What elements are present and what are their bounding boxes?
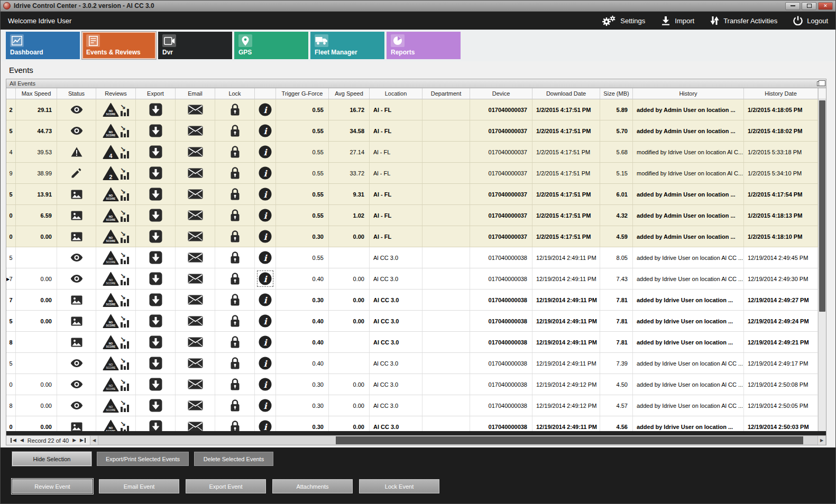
export-event-button[interactable]: Export Event: [186, 479, 266, 493]
cell-review[interactable]: NOSCORE↘: [96, 205, 136, 226]
cell-review[interactable]: NOSCORE↘: [96, 99, 136, 120]
cell-email[interactable]: [176, 416, 215, 431]
cell-email[interactable]: [176, 311, 215, 331]
cell-email[interactable]: [176, 205, 215, 226]
table-row[interactable]: 00.00NOSCORE↘i0.300.00Al CC 3.0017040000…: [6, 374, 818, 395]
tab-dashboard[interactable]: Dashboard: [6, 32, 80, 59]
menu-transfer-activities[interactable]: Transfer Activities: [710, 16, 777, 25]
cell-review[interactable]: NOSCORE↘: [96, 268, 136, 289]
column-header-email[interactable]: Email: [176, 88, 215, 99]
menu-import[interactable]: Import: [661, 16, 694, 25]
cell-export[interactable]: [136, 247, 176, 268]
cell-review[interactable]: NOSCORE↘: [96, 184, 136, 204]
cell-export[interactable]: [136, 268, 176, 289]
cell-export[interactable]: [136, 374, 176, 395]
tab-dvr[interactable]: Dvr: [158, 32, 232, 59]
table-row[interactable]: 00.00NOSCORE↘i0.300.00Al CC 3.0017040000…: [6, 416, 818, 431]
tab-gps[interactable]: GPS: [234, 32, 308, 59]
cell-info[interactable]: i: [255, 353, 276, 374]
first-record-button[interactable]: ◀: [11, 438, 16, 443]
column-header-max_speed[interactable]: Max Speed: [16, 88, 57, 99]
cell-email[interactable]: [176, 99, 215, 120]
float-panel-icon[interactable]: [817, 81, 823, 86]
cell-export[interactable]: [136, 120, 176, 141]
cell-email[interactable]: [176, 374, 215, 395]
cell-info[interactable]: i: [255, 226, 276, 247]
table-row[interactable]: 544.73NOSCORE↘i0.5534.58Al - FL017040000…: [6, 120, 818, 142]
cell-export[interactable]: [136, 311, 176, 331]
cell-email[interactable]: [176, 184, 215, 204]
column-header-export[interactable]: Export: [136, 88, 176, 99]
horizontal-scrollbar-thumb[interactable]: [336, 436, 803, 444]
cell-info[interactable]: i: [255, 184, 276, 204]
table-row[interactable]: 513.91NOSCORE↘i0.559.31Al - FL0170400000…: [6, 184, 818, 205]
tab-events-reviews[interactable]: Events & Reviews: [82, 32, 156, 59]
cell-info[interactable]: i: [255, 290, 276, 310]
cell-info[interactable]: i: [255, 332, 276, 352]
table-row[interactable]: 5NOSCORE↘i0.40Al CC 3.001704000003812/19…: [6, 353, 818, 374]
cell-export[interactable]: [136, 226, 176, 247]
hide-selection-button[interactable]: Hide Selection: [12, 452, 91, 466]
column-header-info[interactable]: [255, 88, 276, 99]
cell-email[interactable]: [176, 226, 215, 247]
table-row[interactable]: 50.00NOSCORE↘i0.400.00Al CC 3.0017040000…: [6, 311, 818, 332]
vertical-scrollbar[interactable]: [818, 88, 826, 431]
cell-export[interactable]: [136, 142, 176, 162]
column-header-status[interactable]: Status: [57, 88, 96, 99]
scroll-left-icon[interactable]: ◀: [90, 436, 98, 445]
cell-info[interactable]: i: [255, 120, 276, 141]
column-header-lock[interactable]: Lock: [215, 88, 255, 99]
attachments-button[interactable]: Attachments: [272, 479, 353, 493]
tab-reports[interactable]: Reports: [387, 32, 461, 59]
cell-email[interactable]: [176, 120, 215, 141]
cell-review[interactable]: 2↘: [96, 163, 136, 183]
scroll-right-icon[interactable]: ▶: [817, 436, 826, 445]
cell-info[interactable]: i: [255, 268, 276, 289]
tab-fleet-manager[interactable]: Fleet Manager: [310, 32, 384, 59]
cell-info[interactable]: i: [255, 163, 276, 183]
vertical-scrollbar-thumb[interactable]: [819, 100, 825, 312]
cell-review[interactable]: NOSCORE↘: [96, 353, 136, 374]
cell-export[interactable]: [136, 353, 176, 374]
export-print-selected-events-button[interactable]: Export/Print Selected Events: [97, 452, 189, 466]
cell-lock[interactable]: [215, 99, 255, 120]
cell-lock[interactable]: [215, 184, 255, 204]
table-row[interactable]: 439.534↘i0.5527.14Al - FL0170400000371/2…: [6, 142, 818, 163]
cell-email[interactable]: [176, 353, 215, 374]
horizontal-scrollbar[interactable]: ◀ ▶: [90, 436, 826, 445]
next-record-button[interactable]: ▶: [72, 438, 76, 443]
table-row[interactable]: 8NOSCORE↘i0.40Al CC 3.001704000003812/19…: [6, 332, 818, 353]
column-header-department[interactable]: Department: [422, 88, 470, 99]
cell-export[interactable]: [136, 332, 176, 352]
cell-info[interactable]: i: [255, 205, 276, 226]
cell-export[interactable]: [136, 163, 176, 183]
cell-review[interactable]: NOSCORE↘: [96, 120, 136, 141]
cell-email[interactable]: [176, 142, 215, 162]
cell-export[interactable]: [136, 416, 176, 431]
cell-lock[interactable]: [215, 226, 255, 247]
cell-email[interactable]: [176, 290, 215, 310]
maximize-button[interactable]: [802, 2, 816, 10]
cell-review[interactable]: NOSCORE↘: [96, 374, 136, 395]
cell-lock[interactable]: [215, 416, 255, 431]
table-row[interactable]: 80.00NOSCORE↘i0.300.00Al CC 3.0017040000…: [6, 395, 818, 416]
cell-email[interactable]: [176, 268, 215, 289]
table-row[interactable]: 06.59NOSCORE↘i0.551.02Al - FL01704000003…: [6, 205, 818, 226]
cell-review[interactable]: NOSCORE↘: [96, 226, 136, 247]
menu-settings[interactable]: Settings: [602, 15, 645, 26]
cell-info[interactable]: i: [255, 395, 276, 416]
cell-review[interactable]: NOSCORE↘: [96, 395, 136, 416]
cell-info[interactable]: i: [255, 247, 276, 268]
cell-lock[interactable]: [215, 247, 255, 268]
cell-lock[interactable]: [215, 395, 255, 416]
cell-lock[interactable]: [215, 374, 255, 395]
cell-info[interactable]: i: [255, 416, 276, 431]
cell-info[interactable]: i: [255, 311, 276, 331]
table-row[interactable]: ▶70.00NOSCORE↘i0.400.00Al CC 3.001704000…: [6, 268, 818, 290]
email-event-button[interactable]: Email Event: [99, 479, 179, 493]
cell-export[interactable]: [136, 290, 176, 310]
column-header-edge[interactable]: [6, 88, 16, 99]
previous-record-button[interactable]: ◀: [20, 438, 24, 443]
cell-review[interactable]: NOSCORE↘: [96, 311, 136, 331]
column-header-location[interactable]: Location: [370, 88, 422, 99]
